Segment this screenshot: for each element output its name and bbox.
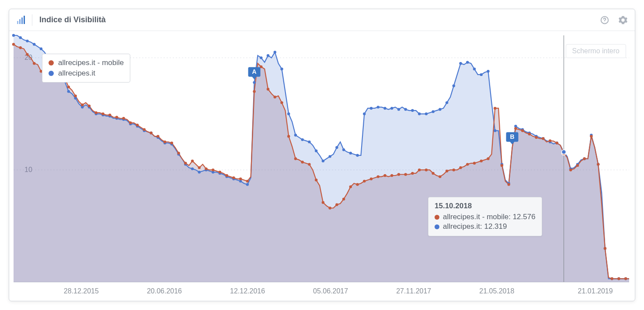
svg-point-120 [383,174,386,177]
legend-item-desktop[interactable]: allrecipes.it [49,68,124,79]
svg-point-149 [487,70,489,72]
svg-point-121 [390,107,393,110]
svg-point-193 [562,150,566,154]
svg-point-60 [177,152,180,154]
svg-point-93 [294,134,297,136]
svg-text:21.05.2018: 21.05.2018 [479,287,514,295]
svg-point-107 [342,148,345,151]
svg-point-140 [453,169,455,171]
svg-point-78 [239,178,242,180]
chart-plot-area[interactable]: allrecipes.it - mobile allrecipes.it Sch… [9,31,635,301]
tooltip-dot-mobile [435,215,439,220]
svg-point-99 [315,149,317,152]
svg-point-18 [33,62,35,65]
card-title: Indice di Visibilità [39,15,106,24]
svg-point-166 [542,137,544,140]
svg-point-182 [597,163,599,165]
svg-point-52 [150,131,152,134]
gear-icon[interactable] [618,15,628,25]
svg-point-11 [12,34,15,37]
svg-point-80 [246,180,249,183]
svg-point-143 [466,61,469,63]
svg-point-162 [528,133,531,135]
svg-point-97 [308,141,310,143]
svg-point-30 [74,94,77,97]
svg-point-117 [377,106,379,108]
svg-point-108 [342,198,345,200]
svg-point-164 [535,136,537,139]
svg-point-101 [322,159,324,162]
svg-point-56 [164,141,166,143]
svg-point-115 [370,107,372,110]
fullscreen-button[interactable]: Schermo intero [566,44,627,58]
svg-point-147 [480,73,483,76]
svg-point-64 [191,159,194,162]
legend-item-mobile[interactable]: allrecipes.it - mobile [49,58,124,68]
svg-point-106 [335,203,338,206]
legend-dot-desktop [49,71,54,76]
svg-point-16 [26,53,28,55]
help-icon[interactable] [600,15,609,25]
svg-point-82 [253,90,255,93]
svg-point-160 [521,129,524,132]
legend-box[interactable]: allrecipes.it - mobile allrecipes.it [42,54,130,83]
svg-point-72 [219,171,221,173]
svg-point-130 [418,169,421,171]
legend-label: allrecipes.it [58,69,95,78]
svg-point-38 [101,113,104,115]
svg-point-180 [590,135,592,138]
svg-point-150 [487,157,489,160]
svg-point-76 [232,176,235,179]
svg-point-102 [322,201,324,203]
svg-rect-0 [17,21,18,24]
svg-point-54 [157,135,159,138]
svg-point-63 [191,167,194,170]
svg-text:28.12.2015: 28.12.2015 [64,287,99,295]
svg-point-151 [494,129,496,132]
card-header: Indice di Visibilità [9,9,635,31]
svg-rect-2 [21,17,23,24]
svg-point-136 [439,175,441,178]
svg-point-15 [26,40,28,42]
svg-text:21.01.2019: 21.01.2019 [578,287,613,295]
svg-point-62 [184,162,187,165]
svg-point-132 [425,169,428,171]
svg-point-131 [425,113,428,115]
svg-point-84 [260,65,262,68]
svg-point-137 [446,101,448,104]
svg-point-86 [267,88,269,90]
svg-point-12 [12,43,15,45]
svg-point-109 [349,152,352,154]
svg-point-88 [274,96,276,98]
svg-point-118 [377,175,379,178]
svg-point-94 [294,157,297,160]
svg-point-156 [507,183,510,186]
svg-point-95 [301,138,304,141]
svg-point-139 [453,84,455,87]
chart-card: Indice di Visibilità allrecipes.it - mob… [9,9,635,301]
svg-point-42 [115,116,118,118]
svg-point-27 [67,90,70,93]
legend-label: allrecipes.it - mobile [58,59,124,67]
svg-point-111 [356,154,359,157]
tooltip-row-mobile: allrecipes.it - mobile: 12.576 [435,212,536,222]
svg-text:20.06.2016: 20.06.2016 [147,287,182,295]
svg-point-19 [40,48,42,50]
svg-point-158 [514,127,517,130]
svg-point-103 [328,155,331,158]
svg-point-170 [556,141,558,144]
svg-point-126 [404,173,407,176]
svg-point-154 [501,164,503,167]
svg-text:A: A [252,68,257,75]
svg-point-74 [225,174,228,177]
svg-point-65 [198,171,201,173]
svg-text:B: B [510,133,514,140]
svg-point-190 [624,277,627,280]
svg-point-90 [280,101,283,104]
svg-point-134 [432,172,434,175]
header-separator [32,14,32,26]
svg-point-168 [549,139,551,142]
svg-point-176 [576,164,579,167]
svg-point-125 [404,108,407,110]
svg-point-110 [349,186,352,188]
